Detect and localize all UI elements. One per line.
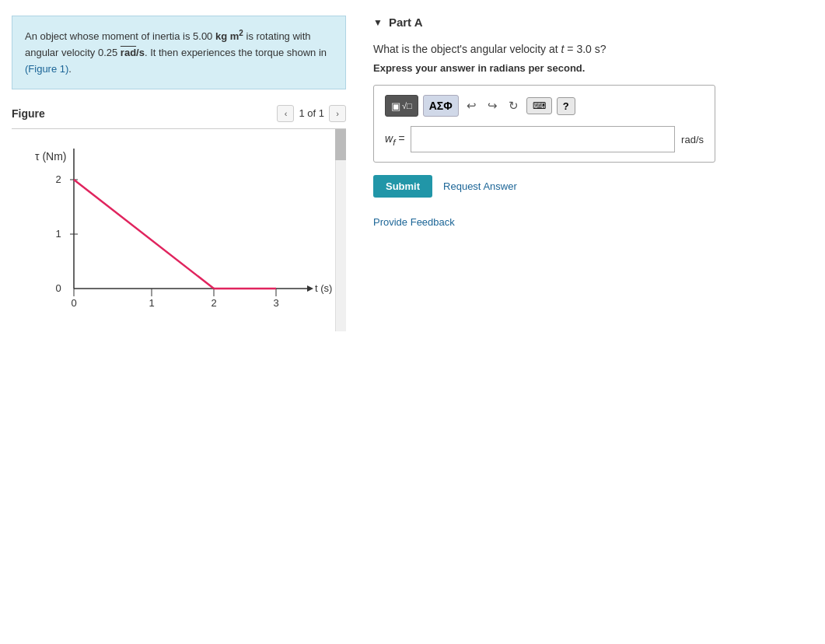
keyboard-button[interactable]: ⌨ <box>526 97 552 114</box>
answer-box: ▣ √□ ΑΣΦ ↩ ↪ ↻ ⌨ ? wf = rad/s <box>373 85 715 163</box>
input-row: wf = rad/s <box>385 126 704 152</box>
action-row: Submit Request Answer <box>373 175 809 198</box>
sqrt-icon: √□ <box>402 101 412 110</box>
svg-text:t (s): t (s) <box>315 282 332 294</box>
figure-title: Figure <box>12 107 45 120</box>
chart-area: τ (Nm) 2 1 0 <box>12 129 346 331</box>
svg-text:0: 0 <box>55 282 61 294</box>
submit-button[interactable]: Submit <box>373 175 432 198</box>
svg-marker-3 <box>307 285 313 292</box>
svg-text:2: 2 <box>55 173 61 185</box>
left-panel: An object whose moment of inertia is 5.0… <box>0 0 358 644</box>
figure-section: Figure ‹ 1 of 1 › τ (Nm) <box>12 105 346 628</box>
svg-text:2: 2 <box>211 297 216 309</box>
figure-container: τ (Nm) 2 1 0 <box>12 129 346 331</box>
svg-text:1: 1 <box>55 228 61 240</box>
chart-svg: τ (Nm) 2 1 0 <box>27 137 338 324</box>
input-label: wf = <box>385 132 404 147</box>
greek-button[interactable]: ΑΣΦ <box>423 95 459 117</box>
question-text: What is the object's angular velocity at… <box>373 41 809 58</box>
scrollbar[interactable] <box>335 129 346 331</box>
svg-line-18 <box>74 180 214 289</box>
scroll-thumb <box>335 129 346 160</box>
help-button[interactable]: ? <box>557 97 575 115</box>
problem-box: An object whose moment of inertia is 5.0… <box>12 16 346 89</box>
next-figure-button[interactable]: › <box>329 105 346 122</box>
figure-header: Figure ‹ 1 of 1 › <box>12 105 346 129</box>
express-text: Express your answer in radians per secon… <box>373 62 809 74</box>
provide-feedback-link[interactable]: Provide Feedback <box>373 216 809 228</box>
matrix-icon: ▣ <box>391 100 400 112</box>
svg-text:0: 0 <box>71 297 76 309</box>
svg-text:τ (Nm): τ (Nm) <box>35 150 67 163</box>
greek-label: ΑΣΦ <box>429 100 453 112</box>
figure-link[interactable]: (Figure 1) <box>25 63 68 75</box>
part-a-label: Part A <box>389 16 423 29</box>
part-header: ▼ Part A <box>373 16 809 29</box>
svg-text:1: 1 <box>149 297 154 309</box>
right-panel: ▼ Part A What is the object's angular ve… <box>358 0 825 644</box>
unit-label: rad/s <box>681 134 704 145</box>
svg-text:3: 3 <box>273 297 278 309</box>
answer-input[interactable] <box>411 126 675 152</box>
undo-button[interactable]: ↩ <box>463 96 480 115</box>
prev-figure-button[interactable]: ‹ <box>277 105 294 122</box>
matrix-button[interactable]: ▣ √□ <box>385 95 418 117</box>
request-answer-link[interactable]: Request Answer <box>443 180 517 192</box>
problem-text: An object whose moment of inertia is 5.0… <box>25 30 327 75</box>
toolbar: ▣ √□ ΑΣΦ ↩ ↪ ↻ ⌨ ? <box>385 95 704 117</box>
collapse-arrow[interactable]: ▼ <box>373 17 383 28</box>
redo-button[interactable]: ↪ <box>484 96 501 115</box>
refresh-button[interactable]: ↻ <box>505 96 522 115</box>
figure-page-label: 1 of 1 <box>299 107 324 119</box>
figure-nav: ‹ 1 of 1 › <box>277 105 346 122</box>
